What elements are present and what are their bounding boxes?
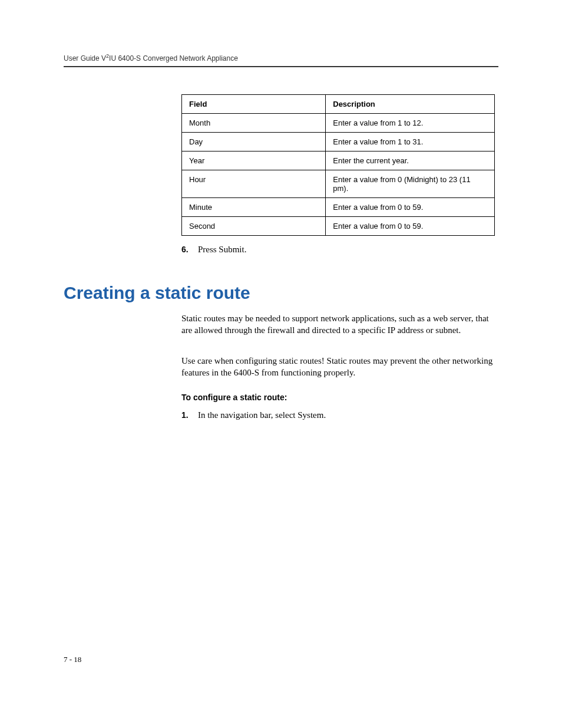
- step-number: 6.: [181, 245, 196, 254]
- table-cell-description: Enter a value from 0 to 59.: [326, 217, 495, 236]
- section-paragraph-1: Static routes may be needed to support n…: [181, 312, 495, 337]
- table-cell-description: Enter a value from 1 to 31.: [326, 133, 495, 151]
- page-number: 7 - 18: [64, 655, 81, 664]
- table-cell-field: Minute: [182, 198, 326, 217]
- step-text: In the navigation bar, select System.: [198, 410, 326, 420]
- header-suffix: IU 6400-S Converged Network Appliance: [109, 54, 238, 62]
- table-cell-field: Year: [182, 151, 326, 170]
- page-header: User Guide V2IU 6400-S Converged Network…: [64, 54, 498, 62]
- table-row: Second Enter a value from 0 to 59.: [182, 217, 495, 236]
- table-cell-description: Enter the current year.: [326, 151, 495, 170]
- table-cell-description: Enter a value from 0 to 59.: [326, 198, 495, 217]
- step-number: 1.: [181, 410, 196, 420]
- section-paragraph-2: Use care when configuring static routes!…: [181, 355, 495, 379]
- table-cell-field: Day: [182, 133, 326, 151]
- table-cell-field: Second: [182, 217, 326, 236]
- table-header-field: Field: [182, 95, 326, 114]
- step-1: 1. In the navigation bar, select System.: [181, 410, 326, 420]
- table-row: Year Enter the current year.: [182, 151, 495, 170]
- step-6: 6. Press Submit.: [181, 245, 246, 255]
- table-header-description: Description: [326, 95, 495, 114]
- table-cell-field: Hour: [182, 170, 326, 198]
- subheading: To configure a static route:: [181, 393, 287, 402]
- step-text: Press Submit.: [198, 245, 247, 254]
- header-prefix: User Guide V: [64, 54, 106, 62]
- section-heading: Creating a static route: [64, 283, 250, 303]
- table-cell-description: Enter a value from 0 (Midnight) to 23 (1…: [326, 170, 495, 198]
- table-cell-field: Month: [182, 114, 326, 133]
- field-description-table: Field Description Month Enter a value fr…: [181, 94, 495, 236]
- table-row: Hour Enter a value from 0 (Midnight) to …: [182, 170, 495, 198]
- table-row: Minute Enter a value from 0 to 59.: [182, 198, 495, 217]
- header-divider: [64, 66, 498, 67]
- table-row: Month Enter a value from 1 to 12.: [182, 114, 495, 133]
- table-row: Day Enter a value from 1 to 31.: [182, 133, 495, 151]
- table-cell-description: Enter a value from 1 to 12.: [326, 114, 495, 133]
- table-header-row: Field Description: [182, 95, 495, 114]
